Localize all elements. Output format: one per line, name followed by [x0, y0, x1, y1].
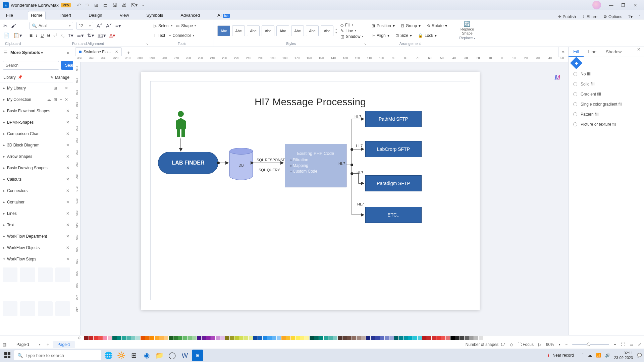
- page[interactable]: Hl7 Message Processing LAB FINDER DB Exi…: [141, 72, 480, 310]
- color-swatch[interactable]: [230, 336, 234, 340]
- qat-more-icon[interactable]: ▾: [142, 3, 144, 7]
- color-swatch[interactable]: [225, 336, 229, 340]
- taskview-icon[interactable]: ⊞: [128, 350, 140, 361]
- options-button[interactable]: ⚙ Options: [603, 14, 622, 19]
- color-swatch[interactable]: [136, 336, 140, 340]
- expand-right-icon[interactable]: »: [558, 47, 568, 57]
- edge-icon[interactable]: ◉: [141, 350, 152, 361]
- fill-option[interactable]: Pattern fill: [569, 109, 644, 119]
- bullets-icon[interactable]: ≣▾: [77, 33, 84, 39]
- color-swatch[interactable]: [460, 336, 464, 340]
- color-swatch[interactable]: [357, 336, 361, 340]
- zoom-value[interactable]: 90%: [546, 342, 554, 347]
- new-icon[interactable]: ⊞: [94, 2, 98, 8]
- color-swatch[interactable]: [455, 336, 460, 340]
- collapse-ribbon-icon[interactable]: ˄: [639, 14, 641, 19]
- cut-icon[interactable]: ✂: [3, 23, 8, 29]
- volume-icon[interactable]: 🔊: [605, 353, 610, 358]
- share-button[interactable]: ⇪ Share: [582, 14, 597, 19]
- increase-font-icon[interactable]: A˄: [97, 23, 103, 29]
- notifications-icon[interactable]: 💬: [637, 353, 642, 358]
- color-swatch[interactable]: [192, 336, 197, 340]
- color-swatch[interactable]: [432, 336, 436, 340]
- color-swatch[interactable]: [366, 336, 370, 340]
- color-swatch[interactable]: [300, 336, 305, 340]
- color-swatch[interactable]: [465, 336, 469, 340]
- fill-option[interactable]: Gradient fill: [569, 89, 644, 99]
- fill-option[interactable]: Picture or texture fill: [569, 119, 644, 129]
- edrawmax-taskbar-icon[interactable]: E: [192, 350, 203, 361]
- color-swatch[interactable]: [150, 336, 154, 340]
- color-swatch[interactable]: [296, 336, 300, 340]
- color-swatch[interactable]: [352, 336, 356, 340]
- color-swatch[interactable]: [310, 336, 314, 340]
- strike-icon[interactable]: S: [47, 33, 50, 38]
- category-row[interactable]: ▸Basic Flowchart Shapes✕: [0, 105, 73, 117]
- fit-page-icon[interactable]: ⛶: [621, 342, 625, 347]
- color-swatch[interactable]: [286, 336, 290, 340]
- my-library-row[interactable]: ▸My Library⊞+✕: [0, 82, 73, 94]
- color-swatch[interactable]: [178, 336, 182, 340]
- line-tab[interactable]: Line: [584, 47, 601, 57]
- color-swatch[interactable]: [249, 336, 253, 340]
- weather-widget[interactable]: 🌡Near record: [546, 353, 574, 358]
- color-swatch[interactable]: [450, 336, 455, 340]
- replace-shape-button[interactable]: Replace Shape: [455, 27, 479, 35]
- color-swatch[interactable]: [422, 336, 427, 340]
- color-palette[interactable]: ◇: [0, 335, 644, 340]
- fill-option[interactable]: Solid fill: [569, 79, 644, 89]
- open-icon[interactable]: 🗀: [103, 2, 108, 8]
- color-swatch[interactable]: [324, 336, 328, 340]
- category-row[interactable]: ▸WorkFlow Department✕: [0, 231, 73, 242]
- actor-shape[interactable]: [174, 111, 187, 138]
- color-swatch[interactable]: [328, 336, 333, 340]
- tray-chevron-icon[interactable]: ˄: [582, 353, 584, 358]
- color-swatch[interactable]: [145, 336, 150, 340]
- styles-launcher-icon[interactable]: ↘: [364, 43, 367, 46]
- onedrive-icon[interactable]: ☁: [588, 353, 592, 358]
- menu-insert[interactable]: Insert: [58, 11, 74, 19]
- select-tool[interactable]: ▷ Select▾: [154, 23, 172, 28]
- format-painter-icon[interactable]: 🖌: [11, 23, 16, 28]
- fullscreen-icon[interactable]: ⤢: [638, 342, 641, 347]
- color-swatch[interactable]: [389, 336, 394, 340]
- color-swatch[interactable]: [446, 336, 450, 340]
- add-tab-icon[interactable]: +: [124, 50, 133, 56]
- help-icon[interactable]: ?▾: [628, 14, 633, 19]
- fill-tab[interactable]: Fill: [569, 47, 584, 57]
- category-row[interactable]: ▸Arrow Shapes✕: [0, 151, 73, 162]
- case-icon[interactable]: T▾: [68, 33, 73, 39]
- color-swatch[interactable]: [418, 336, 422, 340]
- redo-icon[interactable]: ↷: [86, 2, 90, 8]
- export-icon[interactable]: ⇱▾: [131, 2, 138, 8]
- diagram-title[interactable]: Hl7 Message Processing: [151, 96, 470, 108]
- sftp-box-2[interactable]: LabCrorp SFTP: [365, 141, 422, 157]
- add-page-icon[interactable]: +: [47, 342, 49, 347]
- text-tool[interactable]: T Text: [154, 33, 165, 38]
- color-swatch[interactable]: [474, 336, 478, 340]
- decrease-font-icon[interactable]: A˅: [106, 23, 112, 29]
- category-row[interactable]: ▸Connectors✕: [0, 185, 73, 196]
- menu-advanced[interactable]: Advanced: [178, 11, 203, 19]
- bold-icon[interactable]: B: [30, 33, 33, 38]
- close-tab-icon[interactable]: ✕: [115, 50, 118, 54]
- fit-width-icon[interactable]: ▭: [630, 342, 633, 347]
- color-swatch[interactable]: [281, 336, 286, 340]
- manage-icon[interactable]: ✎: [50, 75, 54, 80]
- color-swatch[interactable]: [206, 336, 211, 340]
- color-swatch[interactable]: [239, 336, 244, 340]
- palette-picker-icon[interactable]: ◇: [78, 336, 83, 340]
- color-swatch[interactable]: [347, 336, 352, 340]
- color-swatch[interactable]: [479, 336, 483, 340]
- symbol-thumbnails[interactable]: [0, 265, 73, 335]
- wifi-icon[interactable]: 📶: [596, 353, 601, 358]
- menu-file[interactable]: File: [3, 11, 16, 19]
- color-swatch[interactable]: [394, 336, 398, 340]
- sftp-box-4[interactable]: ETC..: [365, 207, 422, 223]
- category-row[interactable]: ▾WorkFlow Steps✕: [0, 253, 73, 265]
- avatar[interactable]: [592, 1, 601, 9]
- position-dropdown[interactable]: ⊞ Position▾: [372, 23, 395, 28]
- style-more-icon[interactable]: ▴▾: [335, 27, 337, 34]
- labfinder-shape[interactable]: LAB FINDER: [158, 152, 218, 174]
- color-swatch[interactable]: [361, 336, 366, 340]
